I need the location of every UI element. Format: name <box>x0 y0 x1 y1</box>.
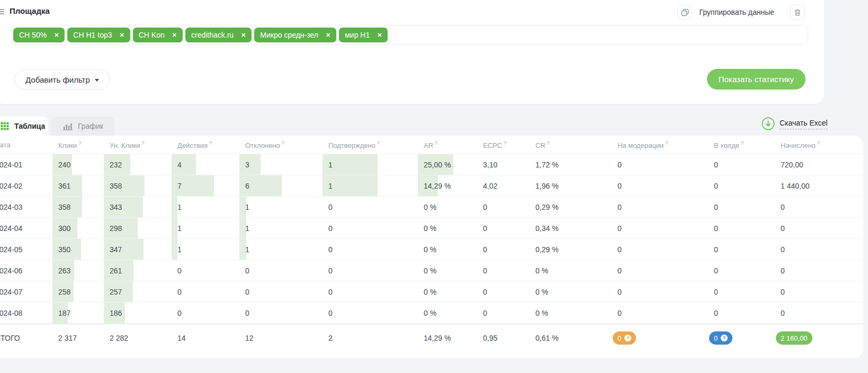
table-row: 2024-043002981100 %00,34 %000 <box>0 218 863 239</box>
cell-hold: 0 <box>714 224 718 233</box>
table-row: 2024-0236135876114,29 %4,021,96 %001 440… <box>0 175 863 197</box>
cell-hold: 0 <box>714 203 718 211</box>
column-hint-icon[interactable]: ? <box>504 140 506 146</box>
platform-tag[interactable]: CH H1 top3✕ <box>67 28 130 42</box>
platform-tag[interactable]: CH 50%✕ <box>13 28 65 42</box>
cell-actions: 0 <box>177 309 182 317</box>
cell-ar: 0 % <box>424 288 436 296</box>
total-clicks: 2 317 <box>58 334 77 342</box>
cell-actions: 4 <box>177 161 182 169</box>
cell-declined: 6 <box>245 182 249 190</box>
cell-accrued: 720,00 <box>781 161 803 169</box>
cell-confirmed: 1 <box>328 161 333 169</box>
column-hint-icon[interactable]: ? <box>209 140 212 146</box>
cell-cr: 0 % <box>535 267 548 275</box>
cell-date: 2024-08 <box>0 309 22 317</box>
cell-moderation: 0 <box>618 309 622 317</box>
tag-remove-icon[interactable]: ✕ <box>54 32 59 38</box>
question-circle-icon[interactable]: ? <box>721 334 728 341</box>
question-circle-icon[interactable]: ? <box>624 334 631 341</box>
tab-table[interactable]: Таблица <box>0 117 48 136</box>
platform-tag[interactable]: credithack.ru✕ <box>185 28 252 42</box>
drag-handle-icon[interactable] <box>0 9 4 15</box>
total-badge-hold: 0? <box>709 331 732 344</box>
platform-tag[interactable]: мир H1✕ <box>339 28 388 42</box>
cell-cr: 0 % <box>535 288 548 296</box>
cell-declined: 1 <box>245 224 249 233</box>
cell-ar: 14,29 % <box>424 182 451 190</box>
cell-accrued: 0 <box>781 203 785 211</box>
cell-actions: 1 <box>177 203 182 211</box>
tag-remove-icon[interactable]: ✕ <box>241 32 246 38</box>
cell-date: 2024-03 <box>0 203 22 211</box>
cell-date: 2024-07 <box>0 288 22 296</box>
platform-tag-label: CH H1 top3 <box>73 31 112 39</box>
column-hint-icon[interactable]: ? <box>741 140 744 146</box>
badge-value: 0 <box>714 334 718 342</box>
cell-confirmed: 0 <box>328 288 333 296</box>
cell-accrued: 0 <box>781 309 785 317</box>
tab-table-label: Таблица <box>14 122 45 130</box>
show-statistics-button[interactable]: Показать статистику <box>707 69 806 90</box>
column-hint-icon[interactable]: ? <box>665 140 668 146</box>
column-hint-icon[interactable]: ? <box>547 140 550 146</box>
cell-declined: 0 <box>245 309 249 317</box>
tag-remove-icon[interactable]: ✕ <box>326 32 330 38</box>
table-row: 2024-072582570000 %00 %000 <box>0 281 863 303</box>
column-header-unique_clicks: Ун. Клики? <box>110 140 144 149</box>
column-hint-icon[interactable]: ? <box>817 140 820 146</box>
group-data-button[interactable] <box>677 5 692 20</box>
platform-tag-label: CH 50% <box>19 31 47 39</box>
platform-tag[interactable]: Микро средн-зел✕ <box>254 28 336 42</box>
cell-cr: 0,34 % <box>535 224 559 233</box>
cell-unique_clicks: 257 <box>110 288 122 296</box>
table-header-row: ДатаКлики?Ун. Клики?Действия?Отклонено?П… <box>0 136 863 154</box>
table-total-row: ИТОГО2 3172 2821412214,29 %0,950,61 %0?0… <box>0 324 863 351</box>
cell-moderation: 0 <box>618 288 622 296</box>
cell-clicks: 358 <box>58 203 70 211</box>
cell-date: 2024-06 <box>0 267 22 275</box>
cell-unique_clicks: 347 <box>110 245 122 254</box>
filter-panel: Площадка Группировать данные CH 50%✕CH H… <box>0 0 824 104</box>
total-badge-accrued: 2 160,00 <box>776 331 812 344</box>
tag-remove-icon[interactable]: ✕ <box>172 32 177 38</box>
delete-filter-button[interactable] <box>790 5 805 20</box>
cell-cr: 0,29 % <box>535 203 559 211</box>
add-filter-button[interactable]: Добавить фильтр <box>14 69 110 90</box>
total-cr: 0,61 % <box>535 334 559 342</box>
tag-remove-icon[interactable]: ✕ <box>377 32 382 38</box>
tab-chart[interactable]: График <box>51 117 114 136</box>
total-actions: 14 <box>177 334 186 342</box>
cell-hold: 0 <box>714 309 718 317</box>
cell-databar <box>239 154 261 175</box>
cell-ecpc: 0 <box>483 309 487 317</box>
cell-unique_clicks: 298 <box>110 224 122 233</box>
cell-moderation: 0 <box>618 245 622 254</box>
column-header-declined: Отклонено? <box>245 140 284 149</box>
download-excel-link[interactable]: Скачать Excel <box>762 117 828 130</box>
cell-actions: 1 <box>177 245 182 254</box>
cell-ar: 0 % <box>424 309 436 317</box>
platform-tag-input[interactable]: CH 50%✕CH H1 top3✕CH Kon✕credithack.ru✕М… <box>11 25 808 45</box>
column-hint-icon[interactable]: ? <box>377 140 380 146</box>
cell-confirmed: 0 <box>328 203 333 211</box>
group-data-label[interactable]: Группировать данные <box>699 8 774 16</box>
download-circle-icon <box>762 117 775 130</box>
cell-moderation: 0 <box>618 224 622 233</box>
app-root: Площадка Группировать данные CH 50%✕CH H… <box>0 0 868 373</box>
total-unique_clicks: 2 282 <box>110 334 128 342</box>
platform-tag[interactable]: CH Kon✕ <box>133 28 183 42</box>
column-hint-icon[interactable]: ? <box>282 140 284 146</box>
cell-databar <box>172 218 177 238</box>
column-hint-icon[interactable]: ? <box>435 140 437 146</box>
cell-cr: 1,96 % <box>535 182 559 190</box>
chevron-down-icon <box>95 79 99 82</box>
column-hint-icon[interactable]: ? <box>141 140 144 146</box>
platform-tag-label: credithack.ru <box>191 31 234 39</box>
cell-confirmed: 0 <box>328 309 333 317</box>
cell-confirmed: 0 <box>328 224 333 233</box>
cell-accrued: 0 <box>781 288 785 296</box>
tag-remove-icon[interactable]: ✕ <box>120 32 124 38</box>
column-hint-icon[interactable]: ? <box>78 140 81 146</box>
cell-date: 2024-04 <box>0 224 22 233</box>
